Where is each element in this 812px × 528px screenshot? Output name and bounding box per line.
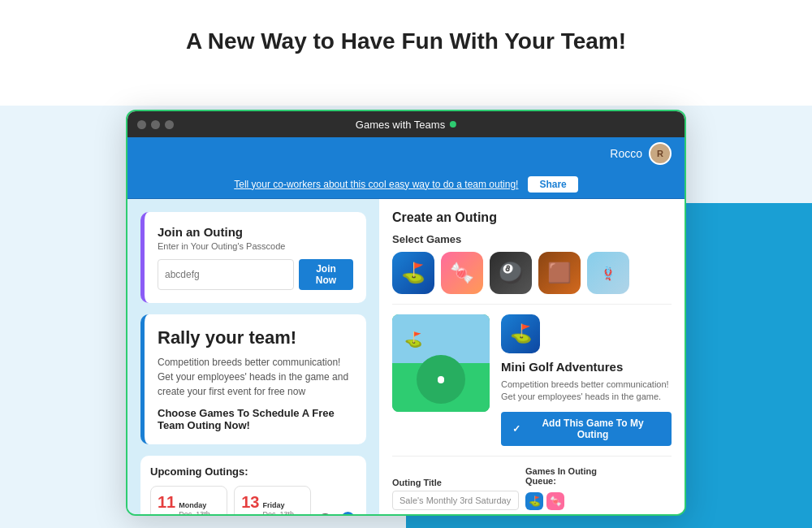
games-queue-label: Games In Outing Queue:: [525, 466, 607, 486]
upcoming-section: Upcoming Outings: 11 Monday Dec. 13th, 6…: [140, 456, 366, 514]
queue-icon-golf: ⛳: [525, 492, 543, 510]
avatar[interactable]: R: [649, 142, 672, 165]
golf-flag: ⛳: [404, 331, 422, 348]
outing-card-2[interactable]: 13 Friday Dec. 13th, 6pm PT: [234, 486, 311, 514]
game-icon-pool-emoji: 🎱: [490, 252, 532, 294]
window-title: Games with Teams: [356, 119, 456, 131]
add-game-button[interactable]: ✓ Add This Game To My Outing: [501, 412, 672, 446]
game-preview-right: ⛳ Mini Golf Adventures Competition breed…: [501, 314, 672, 446]
outing-day-num-1: 11: [158, 493, 175, 512]
add-game-label: Add This Game To My Outing: [525, 418, 660, 440]
check-icon: ✓: [512, 423, 520, 435]
passcode-input[interactable]: [158, 259, 294, 290]
rally-card: Rally your team! Competition breeds bett…: [140, 314, 366, 444]
outing-card-1[interactable]: 11 Monday Dec. 13th, 6pm PT: [150, 486, 227, 514]
upcoming-title: Upcoming Outings:: [150, 465, 356, 478]
golf-ball: [438, 377, 444, 383]
queue-icon-candy: 🍬: [546, 492, 564, 510]
outing-day-num-2: 13: [241, 493, 259, 512]
title-bar: Games with Teams: [127, 111, 685, 137]
outing-title-label: Outing Title: [392, 478, 519, 487]
game-icon-golf-emoji: ⛳: [392, 252, 434, 294]
rally-description: Competition breeds better communication!…: [158, 355, 353, 399]
game-preview: ⛳ ⛳ Mini Golf Adventures Competition bre…: [392, 314, 672, 457]
outing-title-group: Outing Title: [392, 478, 519, 510]
rally-title: Rally your team!: [158, 327, 353, 348]
select-games-label: Select Games: [392, 233, 672, 245]
game-preview-img: ⛳: [392, 314, 490, 412]
game-preview-name: Mini Golf Adventures: [501, 360, 672, 374]
join-input-row: Join Now: [158, 259, 353, 290]
close-dot[interactable]: [137, 120, 146, 129]
nav-user: Rocco R: [610, 142, 672, 165]
game-icon-pool[interactable]: 🎱: [490, 252, 532, 294]
outing-date-2: Dec. 13th, 6pm PT: [262, 510, 304, 514]
golf-scene: ⛳: [392, 314, 490, 412]
join-card-subtitle: Enter in Your Outing's Passcode: [158, 241, 353, 251]
game-preview-desc: Competition breeds better communication!…: [501, 379, 672, 404]
window-controls: [137, 120, 174, 129]
nav-bar: Rocco R: [127, 137, 685, 170]
window-title-text: Games with Teams: [356, 119, 445, 131]
outing-date-row-2: 13 Friday Dec. 13th, 6pm PT: [241, 493, 304, 514]
outing-list: 11 Monday Dec. 13th, 6pm PT 13: [150, 486, 356, 514]
app-window: Games with Teams Rocco R Tell your co-wo…: [126, 110, 686, 516]
create-outing-title: Create an Outing: [392, 210, 672, 225]
left-panel: Join an Outing Enter in Your Outing's Pa…: [127, 199, 379, 514]
right-panel: Create an Outing Select Games ⛳ 🍬 🎱 🟫 🪢: [379, 199, 685, 514]
game-icon-golf[interactable]: ⛳: [392, 252, 434, 294]
game-icon-hangman-emoji: 🪢: [587, 252, 629, 294]
join-button[interactable]: Join Now: [299, 259, 353, 290]
share-banner: Tell your co-workers about this cool eas…: [127, 170, 685, 199]
games-row: ⛳ 🍬 🎱 🟫 🪢: [392, 252, 672, 305]
outing-date-1: Dec. 13th, 6pm PT: [179, 510, 220, 514]
share-banner-text[interactable]: Tell your co-workers about this cool eas…: [234, 179, 518, 190]
outing-next-arrow[interactable]: ›: [339, 512, 356, 514]
rally-cta: Choose Games To Schedule A Free Team Out…: [158, 407, 353, 431]
game-icon-candy-emoji: 🍬: [441, 252, 483, 294]
main-content: Join an Outing Enter in Your Outing's Pa…: [127, 199, 685, 514]
game-icon-candy[interactable]: 🍬: [441, 252, 483, 294]
page-headline: A New Way to Have Fun With Your Team!: [0, 28, 812, 54]
game-icon-unblock[interactable]: 🟫: [538, 252, 581, 294]
join-card-title: Join an Outing: [158, 225, 353, 239]
outing-title-input[interactable]: [392, 491, 519, 510]
bottom-form: Outing Title Games In Outing Queue: ⛳ 🍬 …: [392, 466, 672, 514]
fullscreen-dot[interactable]: [165, 120, 174, 129]
minimize-dot[interactable]: [151, 120, 160, 129]
outing-more-badge[interactable]: +3: [317, 513, 332, 514]
games-queue-group: Games In Outing Queue: ⛳ 🍬: [525, 466, 607, 510]
game-preview-thumb: ⛳: [501, 314, 540, 353]
online-status-dot: [450, 121, 456, 128]
outing-day-name-1: Monday: [179, 501, 220, 510]
queue-icons: ⛳ 🍬: [525, 492, 607, 510]
outing-date-row-1: 11 Monday Dec. 13th, 6pm PT: [158, 493, 220, 514]
game-icon-unblock-emoji: 🟫: [538, 252, 581, 294]
username-label: Rocco: [610, 147, 642, 160]
join-card: Join an Outing Enter in Your Outing's Pa…: [140, 212, 366, 303]
game-icon-hangman[interactable]: 🪢: [587, 252, 629, 294]
outing-day-name-2: Friday: [262, 501, 304, 510]
share-button[interactable]: Share: [528, 176, 577, 193]
